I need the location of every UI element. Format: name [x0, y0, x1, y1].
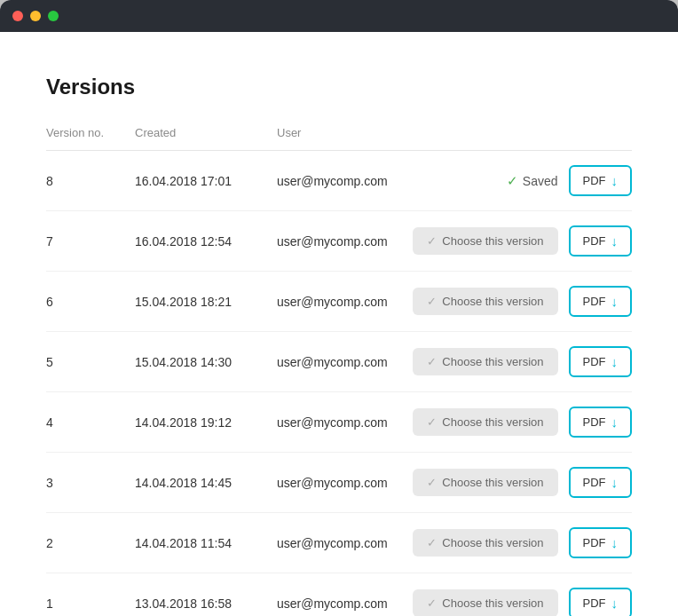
version-number: 7: [46, 211, 135, 272]
user-email: user@mycomp.com: [277, 513, 396, 573]
user-email: user@mycomp.com: [277, 392, 396, 453]
minimize-button[interactable]: [30, 11, 41, 21]
created-date: 14.04.2018 14:45: [135, 453, 277, 513]
choose-version-button[interactable]: ✓Choose this version: [413, 348, 557, 375]
versions-table: Version no. Created User 816.04.2018 17:…: [46, 126, 632, 616]
titlebar: [0, 0, 678, 32]
maximize-button[interactable]: [48, 11, 59, 21]
pdf-download-button[interactable]: PDF↓: [569, 346, 633, 377]
close-button[interactable]: [12, 11, 23, 21]
check-icon: ✓: [427, 536, 437, 549]
page-title: Versions: [46, 75, 632, 99]
pdf-label: PDF: [583, 295, 606, 308]
check-icon: ✓: [507, 173, 518, 189]
download-icon: ↓: [611, 596, 619, 611]
col-header-created: Created: [135, 126, 277, 151]
saved-text: Saved: [523, 174, 558, 188]
actions-cell: ✓SavedPDF↓: [396, 151, 632, 211]
created-date: 16.04.2018 17:01: [135, 151, 277, 211]
actions-cell: ✓Choose this versionPDF↓: [396, 392, 632, 453]
pdf-download-button[interactable]: PDF↓: [569, 165, 633, 196]
actions-cell: ✓Choose this versionPDF↓: [396, 573, 632, 617]
pdf-download-button[interactable]: PDF↓: [569, 407, 633, 438]
actions-cell: ✓Choose this versionPDF↓: [396, 211, 632, 272]
user-email: user@mycomp.com: [277, 211, 396, 272]
created-date: 14.04.2018 11:54: [135, 513, 277, 573]
table-row: 214.04.2018 11:54user@mycomp.com✓Choose …: [46, 513, 632, 573]
pdf-label: PDF: [583, 596, 606, 610]
actions-cell: ✓Choose this versionPDF↓: [396, 513, 632, 573]
choose-version-button[interactable]: ✓Choose this version: [413, 227, 557, 255]
col-header-user: User: [277, 126, 396, 151]
actions-cell: ✓Choose this versionPDF↓: [396, 332, 632, 392]
pdf-label: PDF: [583, 355, 606, 368]
choose-version-button[interactable]: ✓Choose this version: [413, 469, 557, 496]
user-email: user@mycomp.com: [277, 573, 396, 617]
download-icon: ↓: [611, 475, 619, 490]
pdf-download-button[interactable]: PDF↓: [569, 225, 633, 257]
created-date: 13.04.2018 16:58: [135, 573, 277, 617]
check-icon: ✓: [427, 476, 437, 489]
main-content: Versions Version no. Created User 816.04…: [0, 32, 678, 616]
choose-version-button[interactable]: ✓Choose this version: [413, 589, 557, 616]
choose-version-button[interactable]: ✓Choose this version: [413, 529, 557, 557]
choose-version-label: Choose this version: [442, 355, 543, 368]
table-row: 414.04.2018 19:12user@mycomp.com✓Choose …: [46, 392, 632, 453]
table-row: 515.04.2018 14:30user@mycomp.com✓Choose …: [46, 332, 632, 392]
version-number: 6: [46, 272, 135, 332]
table-row: 314.04.2018 14:45user@mycomp.com✓Choose …: [46, 453, 632, 513]
choose-version-label: Choose this version: [442, 536, 543, 549]
created-date: 15.04.2018 14:30: [135, 332, 277, 392]
version-number: 5: [46, 332, 135, 392]
actions-cell: ✓Choose this versionPDF↓: [396, 453, 632, 513]
choose-version-label: Choose this version: [442, 476, 543, 489]
table-row: 615.04.2018 18:21user@mycomp.com✓Choose …: [46, 272, 632, 332]
pdf-label: PDF: [583, 536, 606, 549]
pdf-download-button[interactable]: PDF↓: [569, 467, 633, 498]
col-header-actions: [396, 126, 632, 151]
created-date: 16.04.2018 12:54: [135, 211, 277, 272]
pdf-download-button[interactable]: PDF↓: [569, 527, 633, 558]
saved-label: ✓Saved: [507, 173, 558, 189]
pdf-label: PDF: [583, 174, 606, 187]
version-number: 2: [46, 513, 135, 573]
choose-version-label: Choose this version: [442, 234, 543, 248]
pdf-download-button[interactable]: PDF↓: [569, 286, 633, 317]
created-date: 15.04.2018 18:21: [135, 272, 277, 332]
user-email: user@mycomp.com: [277, 272, 396, 332]
user-email: user@mycomp.com: [277, 453, 396, 513]
user-email: user@mycomp.com: [277, 332, 396, 392]
choose-version-label: Choose this version: [442, 596, 543, 610]
actions-cell: ✓Choose this versionPDF↓: [396, 272, 632, 332]
version-number: 8: [46, 151, 135, 211]
table-row: 716.04.2018 12:54user@mycomp.com✓Choose …: [46, 211, 632, 272]
created-date: 14.04.2018 19:12: [135, 392, 277, 453]
choose-version-label: Choose this version: [442, 295, 543, 308]
check-icon: ✓: [427, 355, 437, 368]
check-icon: ✓: [427, 596, 437, 610]
version-number: 3: [46, 453, 135, 513]
version-number: 1: [46, 573, 135, 617]
check-icon: ✓: [427, 295, 437, 308]
choose-version-label: Choose this version: [442, 415, 543, 429]
download-icon: ↓: [611, 354, 619, 369]
download-icon: ↓: [611, 294, 619, 309]
check-icon: ✓: [427, 234, 437, 248]
download-icon: ↓: [611, 233, 619, 249]
user-email: user@mycomp.com: [277, 151, 396, 211]
app-window: Versions Version no. Created User 816.04…: [0, 0, 678, 616]
choose-version-button[interactable]: ✓Choose this version: [413, 408, 557, 436]
download-icon: ↓: [611, 415, 619, 430]
col-header-version: Version no.: [46, 126, 135, 151]
check-icon: ✓: [427, 415, 437, 429]
table-row: 113.04.2018 16:58user@mycomp.com✓Choose …: [46, 573, 632, 617]
pdf-download-button[interactable]: PDF↓: [569, 588, 633, 616]
pdf-label: PDF: [583, 415, 606, 429]
download-icon: ↓: [611, 535, 619, 550]
choose-version-button[interactable]: ✓Choose this version: [413, 288, 557, 315]
table-row: 816.04.2018 17:01user@mycomp.com✓SavedPD…: [46, 151, 632, 211]
download-icon: ↓: [611, 173, 619, 188]
version-number: 4: [46, 392, 135, 453]
pdf-label: PDF: [583, 234, 606, 248]
pdf-label: PDF: [583, 476, 606, 489]
